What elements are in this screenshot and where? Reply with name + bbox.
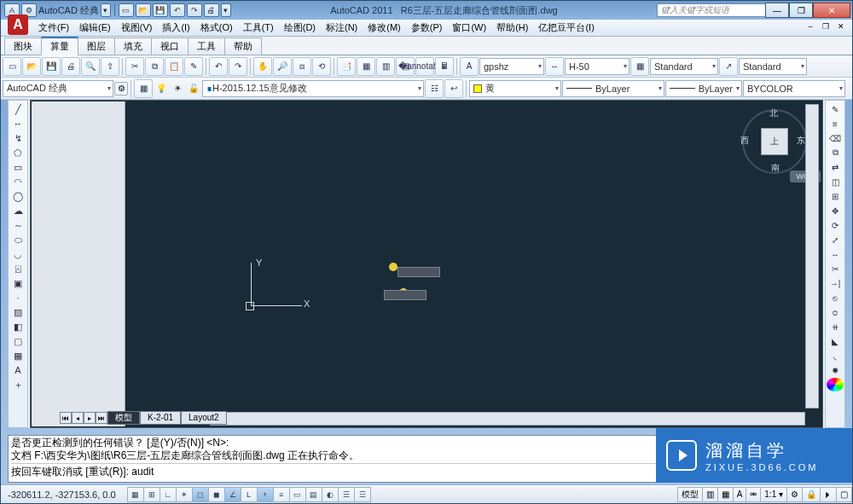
- am-toggle[interactable]: ☰: [338, 487, 355, 502]
- status-coords[interactable]: -320611.2, -327153.6, 0.0: [1, 490, 123, 500]
- clean-screen-icon[interactable]: ▢: [836, 487, 852, 502]
- dyn-toggle[interactable]: +: [257, 487, 274, 502]
- spline-icon[interactable]: ～: [9, 218, 26, 232]
- mdi-close-icon[interactable]: ✕: [833, 22, 849, 34]
- chevron-down-icon[interactable]: ▾: [101, 3, 111, 17]
- tb-calc-icon[interactable]: 🖩: [435, 57, 454, 76]
- window-minimize-button[interactable]: —: [765, 3, 789, 18]
- tb-cut-icon[interactable]: ✂: [125, 57, 144, 76]
- osnap-toggle[interactable]: ◻: [192, 487, 209, 502]
- save-icon[interactable]: 💾: [153, 3, 168, 17]
- stretch-icon[interactable]: ↔: [827, 247, 844, 261]
- vertical-scrollbar[interactable]: [805, 104, 819, 408]
- viewcube[interactable]: 上 北 南 东 西: [742, 109, 807, 174]
- lock-ui-icon[interactable]: 🔒: [802, 487, 821, 502]
- menu-dimension[interactable]: 标注(N): [326, 21, 357, 34]
- array-icon[interactable]: ⊞: [827, 189, 844, 203]
- layer-lock-icon[interactable]: 🔓: [186, 81, 201, 96]
- layout-tab[interactable]: K-2-01: [140, 411, 181, 425]
- menu-parametric[interactable]: 参数(P): [411, 21, 443, 34]
- otrack-toggle[interactable]: ∠: [224, 487, 241, 502]
- layer-combo[interactable]: ∎ H-2015.12.15意见修改▾: [202, 80, 424, 97]
- linetype-combo[interactable]: ByLayer▾: [562, 80, 664, 97]
- window-close-button[interactable]: ✕: [813, 3, 850, 18]
- drawing-object[interactable]: [384, 290, 426, 300]
- tb-dimstyle-icon[interactable]: ↔: [545, 57, 564, 76]
- menu-format[interactable]: 格式(O): [200, 21, 233, 34]
- 3dosnap-toggle[interactable]: ◼: [208, 487, 225, 502]
- tb-zoomrt-icon[interactable]: 🔎: [273, 57, 292, 76]
- tab-hatch[interactable]: 填充: [114, 38, 152, 55]
- mdi-restore-icon[interactable]: ❐: [818, 22, 833, 34]
- annoscale-icon[interactable]: A: [733, 487, 747, 502]
- move-icon[interactable]: ✥: [827, 204, 844, 217]
- copy-icon[interactable]: ⧉: [827, 146, 844, 159]
- gradient-icon[interactable]: ◧: [9, 320, 26, 333]
- sc-toggle[interactable]: ◐: [322, 487, 339, 502]
- workspace-settings-icon[interactable]: ⚙: [114, 82, 128, 96]
- xline-icon[interactable]: ↔: [9, 117, 26, 130]
- quickview-layouts-icon[interactable]: ▥: [702, 487, 718, 502]
- tb-dcenter-icon[interactable]: ▦: [357, 57, 375, 76]
- tab-nav-first-icon[interactable]: ⏮: [60, 412, 72, 424]
- modelspace-button[interactable]: 模型: [677, 487, 703, 502]
- tb-tablestyle-icon[interactable]: ▦: [630, 57, 649, 76]
- polar-toggle[interactable]: ✶: [176, 487, 193, 502]
- drawing-object[interactable]: [389, 263, 397, 271]
- rotate-icon[interactable]: ⟳: [827, 218, 844, 232]
- color-combo[interactable]: 黄▾: [469, 80, 561, 97]
- tb-mleaderstyle-icon[interactable]: ↗: [719, 57, 738, 76]
- ellipsearc-icon[interactable]: ◡: [9, 247, 26, 261]
- line-icon[interactable]: ╱: [9, 102, 26, 116]
- offset-icon[interactable]: ◫: [827, 175, 844, 188]
- tablestyle-combo[interactable]: Standard▾: [650, 58, 718, 75]
- layer-previous-icon[interactable]: ↩: [444, 79, 463, 98]
- tb-copy-icon[interactable]: ⧉: [145, 57, 164, 76]
- break-icon[interactable]: ⎋: [827, 291, 844, 304]
- erase-icon[interactable]: ⌫: [827, 131, 844, 145]
- tab-nav-next-icon[interactable]: ▸: [84, 412, 96, 424]
- insert-icon[interactable]: ⍓: [9, 262, 26, 275]
- tb-preview-icon[interactable]: 🔍: [81, 57, 100, 76]
- ortho-toggle[interactable]: ∟: [160, 487, 177, 502]
- pencil-icon[interactable]: ✎: [827, 102, 844, 116]
- revcloud-icon[interactable]: ☁: [9, 204, 26, 217]
- chamfer-icon[interactable]: ◣: [827, 334, 844, 348]
- mirror-icon[interactable]: ⇄: [827, 160, 844, 174]
- tab-tools[interactable]: 工具: [188, 38, 225, 55]
- tb-markup-icon[interactable]: �annotations: [415, 57, 434, 76]
- textstyle-combo[interactable]: gpshz▾: [479, 58, 544, 75]
- menu-file[interactable]: 文件(F): [38, 21, 69, 34]
- menu-insert[interactable]: 插入(I): [162, 21, 189, 34]
- tab-viewport[interactable]: 视口: [151, 38, 189, 55]
- undo-icon[interactable]: ↶: [170, 3, 185, 17]
- tab-block[interactable]: 图块: [4, 38, 42, 55]
- arc-icon[interactable]: ◠: [9, 175, 26, 188]
- horizontal-scrollbar[interactable]: [210, 412, 805, 426]
- tb-toolpalette-icon[interactable]: ▥: [376, 57, 395, 76]
- scale-icon[interactable]: ⤢: [827, 233, 844, 246]
- rect-icon[interactable]: ▭: [9, 160, 26, 174]
- ws-switch-icon[interactable]: ⚙: [786, 487, 803, 502]
- mtext-icon[interactable]: A: [9, 363, 26, 377]
- addselected-icon[interactable]: ＋: [9, 378, 26, 391]
- dimstyle-combo[interactable]: H-50▾: [565, 58, 630, 75]
- layer-freeze-icon[interactable]: ☀: [170, 81, 185, 96]
- makeblock-icon[interactable]: ▣: [9, 276, 26, 290]
- tab-nav-last-icon[interactable]: ⏭: [96, 412, 107, 424]
- tb-save-icon[interactable]: 💾: [42, 57, 61, 76]
- tpy-toggle[interactable]: ▭: [289, 487, 306, 502]
- qat-more-icon[interactable]: ▾: [221, 3, 231, 17]
- tab-layer[interactable]: 图层: [78, 38, 115, 55]
- snap-toggle[interactable]: ▦: [127, 487, 144, 502]
- workspace-combo[interactable]: AutoCAD 经典▾: [3, 80, 113, 97]
- mleaderstyle-combo[interactable]: Standard▾: [739, 58, 807, 75]
- layout-tab[interactable]: Layout2: [181, 411, 227, 425]
- circle-icon[interactable]: ◯: [9, 189, 26, 203]
- tb-match-icon[interactable]: ✎: [184, 57, 203, 76]
- tb-zoomprev-icon[interactable]: ⟲: [312, 57, 331, 76]
- drawing-object[interactable]: [397, 267, 440, 277]
- qp-toggle[interactable]: ▤: [305, 487, 322, 502]
- region-icon[interactable]: ▢: [9, 334, 26, 348]
- tab-nav-prev-icon[interactable]: ◂: [72, 412, 84, 424]
